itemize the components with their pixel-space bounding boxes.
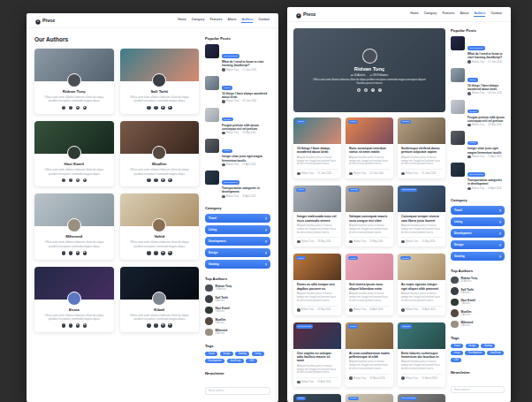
- top-author-item[interactable]: Muallim 5 Articles: [451, 309, 505, 317]
- category-badge[interactable]: Gaming: [400, 324, 413, 329]
- nav-authors[interactable]: Authors: [241, 18, 253, 23]
- author-name[interactable]: Vahid: [120, 234, 200, 239]
- author-card[interactable]: Esma Officia aute anim ullamco laborum c…: [34, 267, 114, 332]
- post-title[interactable]: What do I need to know to start learning…: [222, 60, 270, 67]
- instagram-icon[interactable]: ◉: [76, 323, 80, 328]
- site-logo[interactable]: Pivoz: [35, 13, 55, 28]
- youtube-icon[interactable]: ▶: [83, 178, 87, 183]
- post-title[interactable]: Enim lobortis scelerisque fermentum dui …: [401, 352, 442, 360]
- tag-pill[interactable]: Living: [451, 351, 463, 355]
- post-title[interactable]: Integer vitae justo eget magna fermentum…: [222, 155, 270, 162]
- author-card[interactable]: Vahid Officia aute anim ullamco laborum …: [120, 193, 200, 259]
- post-card[interactable]: Design Aliquam faucibus purus in massa t…: [346, 394, 393, 402]
- top-author-item[interactable]: Muallim 5 Articles: [205, 317, 270, 325]
- author-name[interactable]: Esma: [34, 307, 114, 312]
- category-badge[interactable]: Development: [400, 188, 418, 193]
- post-card[interactable]: Development Orci sagittis eu volutpat od…: [293, 322, 341, 388]
- category-button[interactable]: Living ❯: [451, 217, 505, 226]
- category-badge[interactable]: Travel: [296, 256, 307, 261]
- post-title[interactable]: Transportation categories in development: [467, 178, 505, 186]
- post-card[interactable]: Travel Integer malesuada nunc vel risus …: [293, 186, 341, 247]
- twitter-icon[interactable]: t: [154, 251, 158, 255]
- post-card[interactable]: Travel Aliquam faucibus purus in massa t…: [293, 394, 341, 402]
- post-card[interactable]: Travel Donec ac odio tempor orci dapibus…: [293, 254, 341, 315]
- nav-home[interactable]: Home: [410, 11, 418, 17]
- category-badge[interactable]: Development: [296, 324, 314, 329]
- author-card[interactable]: Haci Kamil Officia aute anim ullamco lab…: [34, 121, 114, 186]
- post-title[interactable]: Consequat semper viverra nam libero just…: [401, 215, 442, 223]
- author-name[interactable]: Mihemed: [34, 234, 114, 239]
- category-badge[interactable]: Development: [467, 46, 485, 50]
- youtube-icon[interactable]: ▶: [378, 88, 383, 93]
- post-title[interactable]: 10 things I have always wondered about b…: [297, 147, 338, 155]
- category-badge[interactable]: Development: [222, 54, 239, 58]
- post-card[interactable]: Living Nunc consequat interdum varius si…: [346, 118, 393, 178]
- post-card[interactable]: Development Consequat semper viverra nam…: [398, 186, 445, 247]
- facebook-icon[interactable]: f: [62, 106, 66, 110]
- post-title[interactable]: Nunc consequat interdum varius sit amet …: [349, 147, 390, 155]
- youtube-icon[interactable]: ▶: [83, 323, 87, 328]
- youtube-icon[interactable]: ▶: [168, 323, 172, 328]
- twitter-icon[interactable]: t: [69, 106, 73, 110]
- post-card[interactable]: Gaming Enim lobortis scelerisque ferment…: [398, 322, 445, 388]
- post-card[interactable]: Gaming Volutpat consequat mauris nunc co…: [346, 186, 393, 247]
- post-card[interactable]: Development Aliquam faucibus purus in ma…: [398, 394, 445, 402]
- newsletter-email-input[interactable]: [205, 387, 270, 395]
- tag-pill[interactable]: Design: [466, 344, 479, 348]
- popular-post-item[interactable]: Living Integer vitae justo eget magna fe…: [451, 131, 505, 158]
- nav-home[interactable]: Home: [178, 18, 186, 23]
- category-badge[interactable]: Design: [348, 397, 360, 401]
- top-author-item[interactable]: Safi Tarhi 8 Articles: [205, 295, 270, 303]
- category-badge[interactable]: Development: [222, 180, 239, 185]
- post-title[interactable]: What do I need to know to start learning…: [467, 52, 505, 59]
- twitter-icon[interactable]: t: [69, 323, 73, 328]
- facebook-icon[interactable]: f: [147, 251, 151, 255]
- instagram-icon[interactable]: ◉: [161, 251, 165, 255]
- post-title[interactable]: Ac turpis egestas integer eget aliquet n…: [401, 283, 442, 291]
- post-card[interactable]: Travel 10 things I have always wondered …: [293, 118, 341, 178]
- post-title[interactable]: Scelerisque eleifend donec pretium vulpu…: [401, 147, 442, 155]
- instagram-icon[interactable]: ◉: [76, 178, 80, 183]
- category-button[interactable]: Design ❯: [205, 248, 270, 257]
- newsletter-email-input[interactable]: [451, 386, 505, 394]
- twitter-icon[interactable]: t: [154, 323, 158, 328]
- post-title[interactable]: 10 things I have always wondered about b…: [467, 84, 505, 91]
- nav-contact[interactable]: Contact: [490, 11, 502, 17]
- instagram-icon[interactable]: ◉: [76, 106, 80, 110]
- author-name[interactable]: Kibali: [120, 307, 200, 312]
- author-name[interactable]: Safi Tarhi: [120, 89, 200, 94]
- nav-authors[interactable]: Authors: [474, 11, 485, 17]
- post-card[interactable]: Design Scelerisque eleifend donec pretiu…: [398, 118, 445, 178]
- top-author-item[interactable]: Ridvan Tunç 10 Articles: [205, 284, 270, 292]
- post-title[interactable]: Integer vitae justo eget magna fermentum…: [467, 147, 505, 154]
- post-card[interactable]: Living Sed viverra ipsum nunc aliquet bi…: [346, 254, 393, 315]
- twitter-icon[interactable]: t: [69, 178, 73, 183]
- tag-pill[interactable]: Living: [252, 352, 264, 356]
- author-name[interactable]: Haci Kamil: [34, 162, 114, 166]
- author-name[interactable]: Ridvan Tunç: [34, 89, 114, 94]
- post-card[interactable]: Design Ac turpis egestas integer eget al…: [398, 254, 445, 315]
- nav-features[interactable]: Features: [442, 11, 454, 17]
- tag-pill[interactable]: Gaming: [481, 344, 495, 348]
- popular-post-item[interactable]: Design Feugiat pretium nibh ipsum conseq…: [451, 100, 505, 127]
- nav-about[interactable]: About: [460, 11, 469, 17]
- post-title[interactable]: Donec ac odio tempor orci dapibus posuer…: [297, 283, 338, 291]
- tag-pill[interactable]: CSS: [451, 358, 461, 362]
- nav-category[interactable]: Category: [424, 11, 437, 17]
- instagram-icon[interactable]: ◉: [76, 251, 80, 255]
- site-logo[interactable]: Pivoz: [296, 7, 315, 22]
- facebook-icon[interactable]: f: [62, 178, 66, 183]
- author-card[interactable]: Safi Tarhi Officia aute anim ullamco lab…: [120, 49, 200, 114]
- category-badge[interactable]: Development: [400, 397, 418, 401]
- category-badge[interactable]: Living: [222, 149, 232, 154]
- youtube-icon[interactable]: ▶: [168, 106, 172, 110]
- tag-pill[interactable]: CSS: [246, 359, 256, 363]
- category-badge[interactable]: Design: [400, 120, 412, 125]
- category-badge[interactable]: Travel: [467, 78, 478, 82]
- top-author-item[interactable]: Mihemed 4 Articles: [205, 329, 270, 337]
- author-card[interactable]: Ridvan Tunç Officia aute anim ullamco la…: [34, 49, 114, 114]
- post-title[interactable]: Feugiat pretium nibh ipsum consequat nis…: [467, 116, 505, 123]
- category-badge[interactable]: Living: [467, 141, 478, 146]
- popular-post-item[interactable]: Travel 10 things I have always wondered …: [205, 76, 270, 103]
- top-author-item[interactable]: Haci Kamil 7 Articles: [451, 299, 505, 307]
